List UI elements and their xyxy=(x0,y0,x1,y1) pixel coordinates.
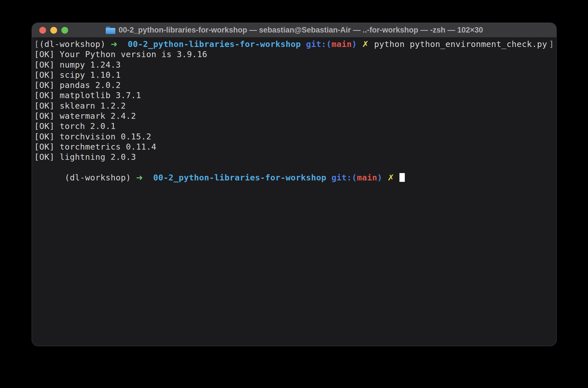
text-cursor xyxy=(399,173,405,182)
command-line: [(dl-workshop) ➜ 00-2_python-libraries-f… xyxy=(34,39,554,49)
git-prefix: git:( xyxy=(306,39,331,49)
git-branch: main xyxy=(357,173,377,182)
prompt-arrow-icon: ➜ xyxy=(136,173,143,182)
output-line: [OK] matplotlib 3.7.1 xyxy=(34,90,554,100)
terminal-screen[interactable]: [(dl-workshop) ➜ 00-2_python-libraries-f… xyxy=(32,38,556,173)
output-line: [OK] lightning 2.0.3 xyxy=(34,152,554,162)
mark-open: [ xyxy=(34,39,39,49)
title-bar[interactable]: 00-2_python-libraries-for-workshop — seb… xyxy=(32,23,556,38)
output-line: [OK] torchvision 0.15.2 xyxy=(34,132,554,142)
git-branch: main xyxy=(331,39,352,49)
terminal-window[interactable]: 00-2_python-libraries-for-workshop — seb… xyxy=(32,23,557,346)
traffic-lights xyxy=(39,23,68,38)
git-prefix: git:( xyxy=(331,173,357,182)
git-dirty-icon: ✗ xyxy=(388,173,395,182)
output-line: [OK] torchmetrics 0.11.4 xyxy=(34,142,554,152)
close-button[interactable] xyxy=(39,27,46,34)
prompt-directory: 00-2_python-libraries-for-workshop xyxy=(153,173,326,182)
git-suffix: ) xyxy=(352,39,357,49)
window-title: 00-2_python-libraries-for-workshop — seb… xyxy=(119,26,483,35)
output-line: [OK] watermark 2.4.2 xyxy=(34,111,554,121)
minimize-button[interactable] xyxy=(50,27,57,34)
prompt-directory: 00-2_python-libraries-for-workshop xyxy=(128,39,301,49)
git-suffix: ) xyxy=(377,173,382,182)
mark-close: ] xyxy=(549,39,554,49)
output-line: [OK] torch 2.0.1 xyxy=(34,121,554,131)
prompt-line[interactable]: (dl-workshop) ➜ 00-2_python-libraries-fo… xyxy=(34,162,554,173)
output-line: [OK] sklearn 1.2.2 xyxy=(34,101,554,111)
prompt-arrow-icon: ➜ xyxy=(111,39,118,49)
output-line: [OK] numpy 1.24.3 xyxy=(34,60,554,70)
venv-label: (dl-workshop) xyxy=(65,173,131,182)
output-line: [OK] pandas 2.0.2 xyxy=(34,80,554,90)
git-dirty-icon: ✗ xyxy=(362,39,369,49)
output-line: [OK] scipy 1.10.1 xyxy=(34,70,554,80)
zoom-button[interactable] xyxy=(61,27,68,34)
output-line: [OK] Your Python version is 3.9.16 xyxy=(34,49,554,59)
venv-label: (dl-workshop) xyxy=(39,39,105,49)
window-title-area: 00-2_python-libraries-for-workshop — seb… xyxy=(105,26,483,35)
folder-icon xyxy=(105,26,116,34)
command-text: python python_environment_check.py xyxy=(374,39,547,49)
